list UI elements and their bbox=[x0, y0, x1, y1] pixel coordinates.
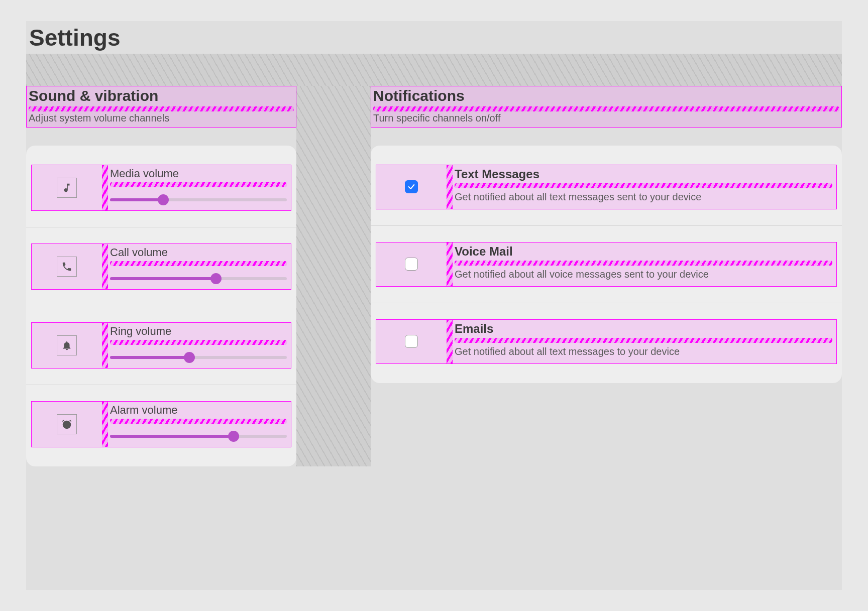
sound-card: Media volume bbox=[26, 146, 296, 466]
notification-desc: Get notified about all text messages sen… bbox=[455, 190, 832, 204]
decorative-rule bbox=[102, 402, 108, 447]
notification-title: Emails bbox=[455, 322, 832, 336]
bell-icon bbox=[57, 335, 77, 355]
media-volume-slider[interactable] bbox=[110, 194, 287, 205]
decorative-rule bbox=[110, 261, 287, 266]
decorative-rule bbox=[447, 242, 453, 286]
volume-label: Ring volume bbox=[110, 325, 287, 338]
settings-page: Settings Sound & vibration Adjust system… bbox=[26, 21, 842, 590]
decorative-rule bbox=[455, 261, 832, 266]
notifications-section-title: Notifications bbox=[373, 87, 839, 104]
decorative-rule bbox=[455, 183, 832, 188]
notification-row-text-messages: Text Messages Get notified about all tex… bbox=[376, 165, 837, 209]
decorative-rule bbox=[455, 338, 832, 343]
sound-column: Sound & vibration Adjust system volume c… bbox=[26, 86, 296, 466]
volume-label: Call volume bbox=[110, 246, 287, 259]
decorative-rule bbox=[110, 340, 287, 345]
page-title: Settings bbox=[26, 21, 842, 54]
volume-row-alarm: Alarm volume bbox=[31, 401, 291, 447]
call-volume-slider[interactable] bbox=[110, 273, 287, 284]
decorative-rule bbox=[102, 323, 108, 368]
voice-mail-checkbox[interactable] bbox=[405, 258, 418, 271]
notification-desc: Get notified about all text messages to … bbox=[455, 345, 832, 358]
phone-icon bbox=[57, 257, 77, 277]
decorative-rule bbox=[110, 419, 287, 424]
notification-title: Voice Mail bbox=[455, 245, 832, 259]
decorative-rule bbox=[29, 106, 294, 111]
decorative-rule bbox=[102, 244, 108, 289]
sound-section-header: Sound & vibration Adjust system volume c… bbox=[26, 86, 296, 128]
sound-section-subtitle: Adjust system volume channels bbox=[29, 112, 294, 124]
decorative-rule bbox=[373, 106, 839, 111]
notification-title: Text Messages bbox=[455, 167, 832, 181]
music-note-icon bbox=[57, 178, 77, 198]
notifications-section-subtitle: Turn specific channels on/off bbox=[373, 112, 839, 124]
volume-row-ring: Ring volume bbox=[31, 322, 291, 369]
column-gap bbox=[296, 86, 371, 466]
volume-row-call: Call volume bbox=[31, 243, 291, 290]
alarm-clock-icon bbox=[57, 414, 77, 434]
volume-row-media: Media volume bbox=[31, 165, 291, 211]
notification-row-emails: Emails Get notified about all text messa… bbox=[376, 319, 837, 364]
text-messages-checkbox[interactable] bbox=[405, 180, 418, 193]
volume-label: Alarm volume bbox=[110, 404, 287, 417]
notification-row-voice-mail: Voice Mail Get notified about all voice … bbox=[376, 242, 837, 287]
notification-desc: Get notified about all voice messages se… bbox=[455, 268, 832, 281]
sound-section-title: Sound & vibration bbox=[29, 87, 294, 104]
alarm-volume-slider[interactable] bbox=[110, 431, 287, 442]
volume-label: Media volume bbox=[110, 167, 287, 180]
decorative-rule bbox=[102, 165, 108, 210]
decorative-rule bbox=[447, 165, 453, 209]
spacer bbox=[26, 54, 842, 86]
decorative-rule bbox=[447, 320, 453, 363]
decorative-rule bbox=[110, 182, 287, 187]
ring-volume-slider[interactable] bbox=[110, 352, 287, 363]
notifications-card: Text Messages Get notified about all tex… bbox=[371, 146, 842, 383]
emails-checkbox[interactable] bbox=[405, 335, 418, 348]
notifications-section-header: Notifications Turn specific channels on/… bbox=[371, 86, 842, 128]
notifications-column: Notifications Turn specific channels on/… bbox=[371, 86, 842, 383]
